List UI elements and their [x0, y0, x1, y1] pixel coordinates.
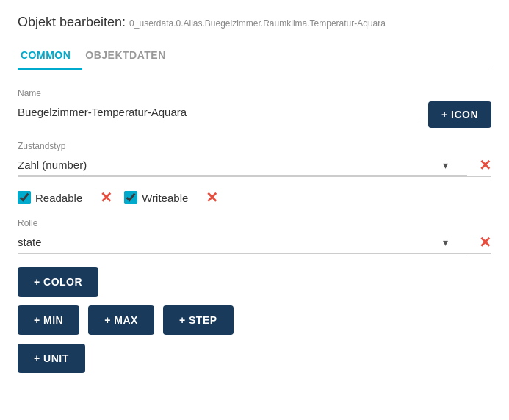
min-button[interactable]: + MIN: [18, 305, 79, 335]
writeable-item: Writeable: [124, 191, 188, 204]
tab-common[interactable]: COMMON: [18, 43, 82, 70]
tabs-bar: COMMON OBJEKTDATEN: [18, 43, 491, 70]
page-title: Objekt bearbeiten: 0_userdata.0.Alias.Bu…: [18, 15, 491, 30]
zustandstyp-label: Zustandstyp: [18, 141, 491, 151]
rolle-label: Rolle: [18, 218, 491, 228]
zustandstyp-select[interactable]: Zahl (number): [18, 154, 467, 176]
readable-clear-button[interactable]: ✕: [100, 190, 112, 205]
unit-button[interactable]: + UNIT: [18, 344, 85, 373]
unit-button-row: + UNIT: [18, 344, 491, 373]
rolle-clear-button[interactable]: ✕: [479, 235, 491, 250]
readable-item: Readable: [18, 191, 82, 204]
min-max-step-button-row: + MIN + MAX + STEP: [18, 305, 491, 335]
color-button-row: + COLOR: [18, 267, 491, 297]
step-button[interactable]: + STEP: [163, 305, 234, 335]
zustandstyp-row: Zustandstyp Zahl (number) ▾ ✕: [18, 141, 491, 177]
max-button[interactable]: + MAX: [88, 305, 154, 335]
color-button[interactable]: + COLOR: [18, 267, 98, 297]
zustandstyp-clear-button[interactable]: ✕: [479, 158, 491, 173]
icon-button[interactable]: + ICON: [428, 101, 491, 128]
readable-label: Readable: [35, 192, 82, 204]
readable-checkbox[interactable]: [18, 191, 31, 204]
writeable-checkbox[interactable]: [124, 191, 137, 204]
rolle-select[interactable]: state: [18, 231, 467, 253]
writeable-clear-button[interactable]: ✕: [206, 190, 218, 205]
tab-objektdaten[interactable]: OBJEKTDATEN: [82, 43, 177, 70]
checkbox-row: Readable ✕ Writeable ✕: [18, 190, 491, 205]
name-label: Name: [18, 88, 419, 98]
writeable-label: Writeable: [142, 192, 188, 204]
name-input[interactable]: [18, 101, 419, 123]
rolle-row: Rolle state ▾ ✕: [18, 218, 491, 254]
name-field-row: Name + ICON: [18, 88, 491, 128]
